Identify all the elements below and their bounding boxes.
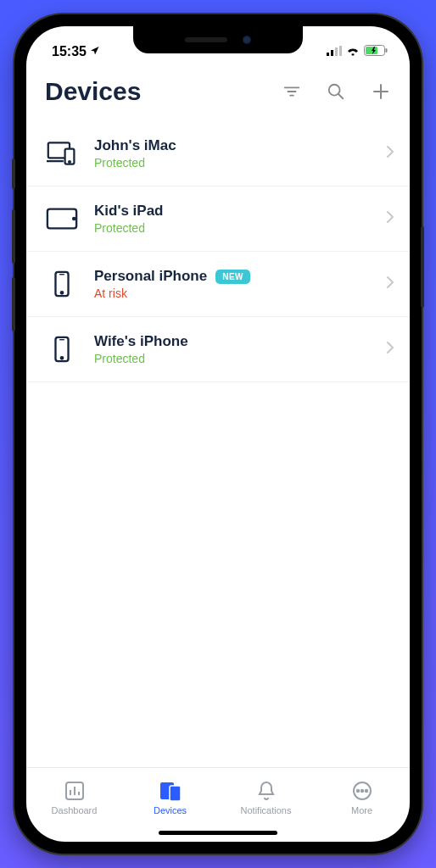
cellular-icon — [327, 44, 342, 59]
svg-point-21 — [61, 292, 63, 293]
svg-rect-6 — [386, 48, 388, 53]
svg-rect-3 — [339, 46, 342, 56]
front-camera — [243, 36, 251, 44]
chevron-right-icon — [386, 210, 394, 227]
svg-point-35 — [365, 789, 366, 791]
tab-notifications[interactable]: Notifications — [218, 768, 314, 826]
iphone-icon — [42, 329, 82, 370]
tab-dashboard[interactable]: Dashboard — [26, 768, 122, 826]
device-info: John's iMacProtected — [94, 137, 386, 170]
device-status: Protected — [94, 221, 386, 235]
svg-line-11 — [338, 94, 344, 99]
chevron-right-icon — [386, 341, 394, 358]
device-row[interactable]: John's iMacProtected — [26, 121, 410, 186]
dashboard-icon — [64, 780, 86, 802]
page-header: Devices — [26, 65, 410, 111]
status-time: 15:35 — [52, 44, 87, 59]
device-row[interactable]: Personal iPhoneNEWAt risk — [26, 252, 410, 317]
svg-rect-1 — [331, 50, 333, 56]
volume-down — [12, 277, 15, 331]
device-status: At risk — [94, 287, 386, 300]
svg-point-24 — [61, 357, 63, 359]
svg-point-17 — [69, 161, 70, 163]
device-row[interactable]: Wife's iPhoneProtected — [26, 317, 410, 382]
tab-more[interactable]: More — [314, 768, 410, 826]
speaker — [185, 37, 227, 42]
device-list: John's iMacProtectedKid's iPadProtectedP… — [26, 111, 410, 767]
page-title: Devices — [45, 77, 282, 106]
tab-devices[interactable]: Devices — [122, 768, 218, 826]
device-status: Protected — [94, 352, 386, 365]
add-button[interactable] — [371, 81, 391, 102]
mute-switch — [12, 159, 15, 189]
screen: 15:35 — [26, 26, 410, 842]
volume-up — [12, 209, 15, 264]
svg-rect-5 — [366, 47, 377, 54]
location-icon — [90, 44, 100, 59]
home-indicator — [159, 831, 277, 835]
iphone-icon — [42, 264, 82, 304]
filter-button[interactable] — [282, 82, 301, 101]
device-info: Personal iPhoneNEWAt risk — [94, 268, 386, 300]
chevron-right-icon — [386, 275, 394, 292]
tab-label: Dashboard — [52, 805, 98, 815]
device-name: John's iMac — [94, 137, 176, 154]
svg-rect-31 — [170, 786, 181, 801]
battery-icon — [364, 44, 388, 59]
svg-point-19 — [73, 218, 75, 220]
wifi-icon — [346, 44, 360, 59]
svg-point-34 — [361, 789, 362, 791]
power-button — [421, 226, 424, 308]
device-info: Kid's iPadProtected — [94, 203, 386, 235]
search-button[interactable] — [327, 82, 345, 101]
svg-rect-2 — [335, 47, 338, 56]
device-info: Wife's iPhoneProtected — [94, 333, 386, 365]
chevron-right-icon — [386, 145, 394, 162]
new-badge: NEW — [215, 270, 250, 284]
svg-rect-0 — [327, 53, 329, 56]
svg-point-33 — [356, 789, 358, 791]
device-row[interactable]: Kid's iPadProtected — [26, 186, 410, 252]
ipad-icon — [42, 198, 82, 239]
device-name: Kid's iPad — [94, 203, 164, 220]
device-name: Wife's iPhone — [94, 333, 188, 350]
notch — [133, 26, 303, 53]
tab-label: Notifications — [241, 805, 292, 815]
devices-icon — [159, 780, 182, 802]
more-icon — [351, 780, 373, 802]
tab-label: More — [351, 805, 372, 815]
phone-frame: 15:35 — [14, 14, 422, 854]
device-name: Personal iPhone — [94, 268, 207, 285]
tab-label: Devices — [154, 805, 187, 815]
notifications-icon — [256, 780, 277, 802]
device-status: Protected — [94, 156, 386, 170]
imac-icon — [42, 133, 82, 174]
